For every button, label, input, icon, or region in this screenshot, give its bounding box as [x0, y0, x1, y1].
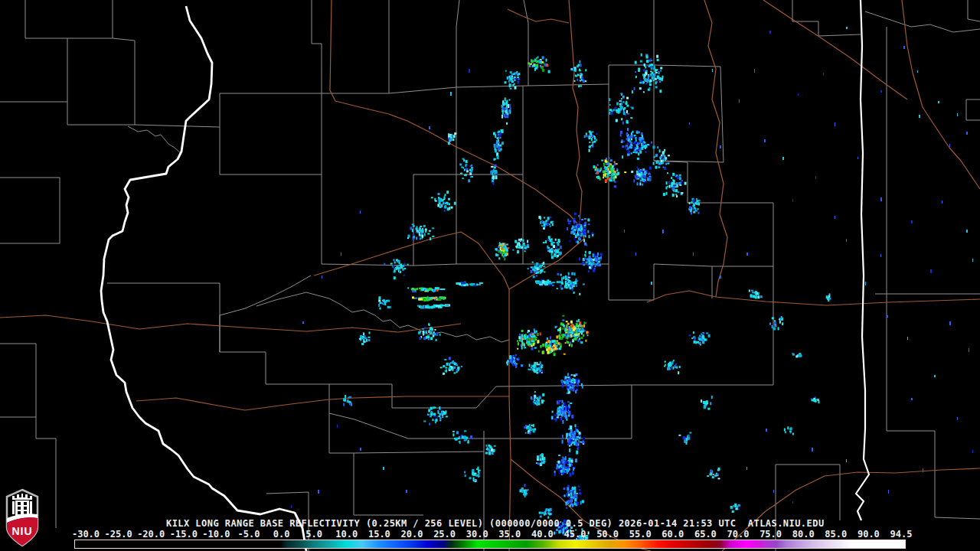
colorbar-tick-label: 65.0 — [694, 529, 717, 540]
colorbar-tick-label: 15.0 — [368, 529, 390, 540]
colorbar-tick-label: 90.0 — [858, 529, 880, 540]
colorbar-tick-label: -25.0 — [105, 529, 132, 540]
stream-line — [865, 11, 980, 32]
road-line — [569, 0, 584, 239]
colorbar-tick-label: 80.0 — [792, 529, 815, 540]
colorbar-tick-labels: -30.0-25.0-20.0-15.0-10.0-5.00.05.010.01… — [0, 529, 980, 539]
county-boundary — [312, 0, 322, 93]
county-boundary — [135, 125, 322, 174]
county-boundary — [354, 452, 484, 453]
county-boundary — [654, 65, 724, 162]
colorbar-tick-label: 5.0 — [305, 529, 322, 540]
county-boundary — [67, 38, 135, 125]
county-boundary — [966, 99, 980, 120]
county-boundary — [322, 264, 609, 266]
colorbar-tick-label: -10.0 — [202, 529, 230, 540]
colorbar-tick-label: 60.0 — [662, 529, 684, 540]
niu-logo: NIU — [3, 487, 41, 549]
road-line — [763, 0, 907, 99]
county-boundary — [0, 38, 67, 102]
stream-line — [128, 126, 181, 154]
colorbar-tick-label: 50.0 — [596, 529, 619, 540]
county-boundary — [220, 93, 322, 127]
county-boundary — [968, 0, 980, 21]
road-line — [330, 0, 584, 239]
reflectivity-colorbar — [74, 540, 906, 549]
colorbar-tick-label: 35.0 — [498, 529, 521, 540]
county-boundary — [654, 161, 773, 203]
colorbar-tick-label: -20.0 — [137, 529, 165, 540]
river-line — [101, 6, 306, 551]
county-boundary — [389, 0, 459, 93]
county-boundary — [220, 276, 311, 352]
county-boundary — [0, 178, 60, 243]
road-line — [704, 0, 727, 297]
county-boundary — [792, 0, 861, 36]
colorbar-tick-label: 0.0 — [273, 529, 290, 540]
county-boundary — [528, 0, 654, 86]
colorbar-tick-label: 45.0 — [564, 529, 586, 540]
county-boundary — [329, 413, 408, 439]
radar-map-canvas — [0, 0, 980, 551]
colorbar-tick-label: 70.0 — [727, 529, 750, 540]
county-boundary — [609, 264, 712, 300]
road-line — [314, 232, 509, 289]
colorbar-tick-label: 25.0 — [433, 529, 456, 540]
colorbar-tick-label: 30.0 — [466, 529, 488, 540]
niu-logo-text: NIU — [11, 525, 32, 537]
colorbar-tick-label: 85.0 — [825, 529, 847, 540]
county-boundary — [712, 203, 773, 266]
colorbar-tick-label: -5.0 — [238, 529, 260, 540]
county-boundary — [107, 283, 329, 384]
road-line — [647, 291, 980, 305]
colorbar-tick-label: 40.0 — [531, 529, 554, 540]
river-line — [856, 0, 869, 520]
radar-echoes — [291, 27, 973, 544]
colorbar-tick-label: -30.0 — [72, 529, 100, 540]
colorbar-tick-label: 75.0 — [760, 529, 782, 540]
colorbar-tick-label: 55.0 — [629, 529, 652, 540]
colorbar-tick-label: 10.0 — [335, 529, 358, 540]
county-boundary — [25, 0, 113, 38]
product-caption: KILX LONG RANGE BASE REFLECTIVITY (0.25K… — [166, 518, 825, 529]
road-line — [0, 315, 461, 332]
colorbar-tick-label: 20.0 — [401, 529, 423, 540]
radar-screen: KILX LONG RANGE BASE REFLECTIVITY (0.25K… — [0, 0, 980, 551]
county-boundary — [408, 266, 773, 439]
road-line — [508, 9, 569, 23]
county-boundary — [266, 492, 309, 494]
colorbar-tick-label: 94.5 — [890, 529, 913, 540]
colorbar-tick-label: -15.0 — [170, 529, 198, 540]
